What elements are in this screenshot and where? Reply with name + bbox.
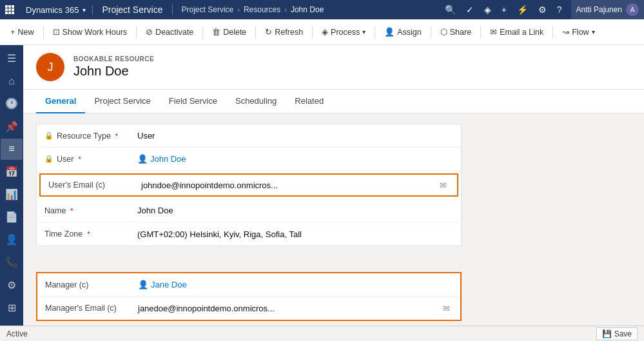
delete-label: Delete xyxy=(223,28,246,37)
new-label: New xyxy=(18,28,34,37)
field-row-name: Name * John Doe xyxy=(37,199,461,222)
gear-icon[interactable]: ⚙ xyxy=(538,5,547,15)
sidebar-pinned-icon[interactable]: 📌 xyxy=(1,115,23,137)
divider-3 xyxy=(202,26,203,39)
sidebar-home-icon[interactable]: ⌂ xyxy=(1,70,23,92)
sidebar-phone-icon[interactable]: 📞 xyxy=(1,251,23,273)
filter-icon[interactable]: ⚡ xyxy=(517,5,528,15)
status-text: Active xyxy=(6,329,28,338)
top-nav: Dynamics 365 ▾ Project Service Project S… xyxy=(0,0,644,19)
breadcrumb: Project Service › Resources › John Doe xyxy=(173,5,436,14)
sidebar-settings-icon[interactable]: ⚙ xyxy=(1,275,23,296)
deactivate-label: Deactivate xyxy=(155,28,193,37)
status-bar: Active 💾 Save xyxy=(0,326,644,341)
assign-button[interactable]: 👤 Assign xyxy=(379,24,427,39)
resource-type-value[interactable]: User xyxy=(135,130,453,142)
user-value[interactable]: 👤 John Doe xyxy=(135,153,453,165)
field-row-time-zone: Time Zone * (GMT+02:00) Helsinki, Kyiv, … xyxy=(37,222,461,246)
new-icon: + xyxy=(10,27,15,37)
resource-type-lock-icon: 🔒 xyxy=(44,132,54,140)
time-zone-label: Time Zone * xyxy=(44,229,135,239)
breadcrumb-link-resources[interactable]: Resources xyxy=(244,5,280,14)
sidebar-calendar-icon[interactable]: 📅 xyxy=(1,161,23,182)
managers-email-label: Manager's Email (c) xyxy=(45,304,135,313)
process-button[interactable]: ◈ Process ▾ xyxy=(317,24,371,39)
save-button[interactable]: 💾 Save xyxy=(596,327,638,340)
delete-icon: 🗑 xyxy=(212,27,220,37)
flow-icon: ↝ xyxy=(562,27,569,37)
sidebar-grid-icon[interactable]: ⊞ xyxy=(1,297,23,318)
command-toolbar: + New ⊡ Show Work Hours ⊘ Deactivate 🗑 D… xyxy=(0,19,644,45)
record-type: BOOKABLE RESOURCE xyxy=(73,55,154,63)
new-button[interactable]: + New xyxy=(5,24,39,39)
record-name: John Doe xyxy=(73,64,154,79)
tab-related[interactable]: Related xyxy=(286,90,333,113)
sidebar-recent-icon[interactable]: 🕐 xyxy=(1,93,23,114)
user-field-label: 🔒 User * xyxy=(44,155,135,164)
user-menu[interactable]: Antti Pajunen A xyxy=(571,0,644,19)
brand-area[interactable]: Dynamics 365 ▾ xyxy=(19,5,93,15)
tab-general[interactable]: General xyxy=(36,90,85,113)
show-work-hours-button[interactable]: ⊡ Show Work Hours xyxy=(48,24,133,39)
assign-icon: 👤 xyxy=(384,27,395,37)
search-icon[interactable]: 🔍 xyxy=(445,5,456,15)
divider-2 xyxy=(136,26,137,39)
field-row-managers-email: Manager's Email (c) janedoe@innopointdem… xyxy=(37,297,460,320)
settings-check-icon[interactable]: ✓ xyxy=(466,5,474,15)
sidebar-menu-icon[interactable]: ☰ xyxy=(1,48,23,69)
divider-5 xyxy=(312,26,313,39)
email-link-icon: ✉ xyxy=(490,27,497,37)
divider-6 xyxy=(375,26,375,39)
refresh-icon: ↻ xyxy=(265,27,272,37)
time-zone-value[interactable]: (GMT+02:00) Helsinki, Kyiv, Riga, Sofia,… xyxy=(135,228,453,240)
share-icon: ⬡ xyxy=(440,27,447,37)
delete-button[interactable]: 🗑 Delete xyxy=(207,24,251,39)
tab-scheduling[interactable]: Scheduling xyxy=(226,90,286,113)
user-lock-icon: 🔒 xyxy=(44,155,54,163)
users-email-label: User's Email (c) xyxy=(48,180,139,190)
managers-email-send-icon[interactable]: ✉ xyxy=(443,304,450,313)
flow-label: Flow xyxy=(572,28,589,37)
add-icon[interactable]: + xyxy=(502,5,507,15)
sidebar-list-icon[interactable]: ≡ xyxy=(1,139,23,160)
refresh-button[interactable]: ↻ Refresh xyxy=(260,24,308,39)
form-area: 🔒 Resource Type * User 🔒 User * 👤 xyxy=(23,113,474,341)
tab-project-service[interactable]: Project Service xyxy=(85,90,159,113)
divider-1 xyxy=(43,26,44,39)
sidebar-persons-icon[interactable]: 👤 xyxy=(1,229,23,250)
divider-7 xyxy=(431,26,431,39)
app-name: Project Service xyxy=(93,5,172,15)
breadcrumb-link-project-service[interactable]: Project Service xyxy=(182,5,234,14)
record-info: BOOKABLE RESOURCE John Doe xyxy=(73,55,154,79)
top-nav-icons: 🔍 ✓ ◈ + ⚡ ⚙ ? xyxy=(436,5,571,15)
sidebar-reports-icon[interactable]: 📊 xyxy=(1,184,23,205)
users-email-send-icon[interactable]: ✉ xyxy=(440,180,447,190)
user-person-icon: 👤 xyxy=(137,154,148,164)
name-value[interactable]: John Doe xyxy=(135,204,453,217)
deactivate-icon: ⊘ xyxy=(146,27,153,37)
manager-value[interactable]: 👤 Jane Doe xyxy=(135,278,453,291)
resource-type-label: 🔒 Resource Type * xyxy=(44,132,135,141)
users-email-value[interactable]: johndoe@innopointdemo.onmicros... ✉ xyxy=(139,179,449,191)
show-work-hours-icon: ⊡ xyxy=(53,27,60,37)
email-link-button[interactable]: ✉ Email a Link xyxy=(485,24,549,39)
apps-grid-icon[interactable] xyxy=(5,5,14,14)
manager-person-icon: 👤 xyxy=(138,280,148,289)
email-link-label: Email a Link xyxy=(500,28,543,37)
divider-8 xyxy=(480,26,481,39)
tab-field-service[interactable]: Field Service xyxy=(160,90,226,113)
sidebar-documents-icon[interactable]: 📄 xyxy=(1,206,23,228)
tab-bar: General Project Service Field Service Sc… xyxy=(23,90,644,113)
flow-button[interactable]: ↝ Flow ▾ xyxy=(557,24,600,39)
help-icon[interactable]: ? xyxy=(557,5,562,15)
location-icon[interactable]: ◈ xyxy=(484,5,491,15)
divider-9 xyxy=(552,26,553,39)
deactivate-button[interactable]: ⊘ Deactivate xyxy=(141,24,199,39)
share-label: Share xyxy=(450,28,471,37)
share-button[interactable]: ⬡ Share xyxy=(435,24,476,39)
managers-email-value[interactable]: janedoe@innopointdemo.onmicros... ✉ xyxy=(135,302,453,315)
process-chevron-icon: ▾ xyxy=(362,28,366,35)
breadcrumb-sep-2: › xyxy=(284,6,287,14)
main-content: J BOOKABLE RESOURCE John Doe General Pro… xyxy=(23,45,644,341)
user-avatar: A xyxy=(626,3,639,16)
